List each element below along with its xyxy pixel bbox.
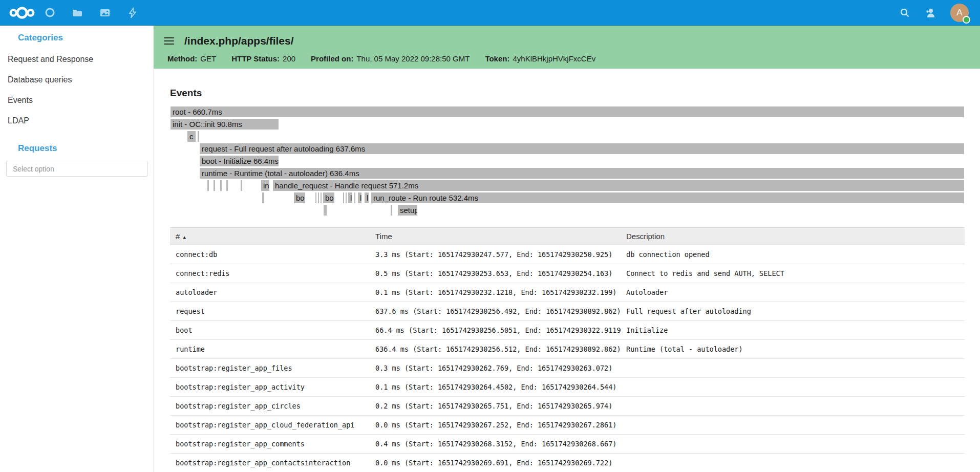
profile-header: /index.php/apps/files/ Method: GET HTTP …: [154, 26, 980, 69]
timeline-tick: [354, 192, 355, 203]
event-row: bootstrap:register_app_comments0.4 ms (S…: [170, 435, 965, 454]
meta-token: Token: 4yhKlBHkjpHVkjFxcCEv: [485, 54, 595, 63]
events-timeline: root - 660.7msinit - OC::init 90.8mscreq…: [154, 106, 980, 217]
sort-ascending-icon: ▲: [182, 234, 187, 240]
events-table: #▲ Time Description connect:db3.3 ms (St…: [170, 227, 965, 472]
top-navigation-bar: A: [0, 0, 980, 26]
request-meta: Method: GET HTTP Status: 200 Profiled on…: [164, 54, 968, 63]
event-row: request637.6 ms (Start: 1651742930256.49…: [170, 302, 965, 321]
meta-method: Method: GET: [167, 54, 216, 63]
timeline-bar: bo: [323, 192, 334, 203]
timeline-tick: [241, 180, 242, 191]
sidebar-item-events[interactable]: Events: [0, 90, 153, 111]
photos-icon[interactable]: [91, 0, 119, 26]
timeline-bar: c: [187, 131, 196, 142]
timeline-tick: [207, 180, 209, 191]
column-header-number[interactable]: #▲: [170, 228, 370, 245]
request-select-placeholder: Select option: [13, 165, 54, 173]
main-content: /index.php/apps/files/ Method: GET HTTP …: [154, 26, 980, 472]
timeline-tick: [226, 180, 228, 191]
meta-profiled-on: Profiled on: Thu, 05 May 2022 09:28:50 G…: [311, 54, 470, 63]
timeline-bar: bo: [294, 192, 305, 203]
timeline-bar: setup: [398, 205, 417, 216]
event-row: connect:redis0.5 ms (Start: 165174293025…: [170, 264, 965, 283]
contacts-icon[interactable]: [925, 7, 936, 18]
column-header-description[interactable]: Description: [621, 228, 965, 245]
timeline-bar: handle_request - Handle request 571.2ms: [273, 180, 964, 191]
timeline-tick: [198, 131, 199, 142]
event-row: connect:db3.3 ms (Start: 1651742930247.5…: [170, 245, 965, 264]
request-select[interactable]: Select option: [6, 161, 148, 177]
sidebar: Categories Request and ResponseDatabase …: [0, 26, 154, 472]
timeline-bar: l: [348, 192, 352, 203]
timeline-bar: boot - Initialize 66.4ms: [200, 156, 279, 166]
sidebar-item-ldap[interactable]: LDAP: [0, 111, 153, 131]
status-online-dot: [963, 16, 970, 24]
timeline-tick: [262, 192, 264, 203]
timeline-tick: [391, 205, 392, 216]
timeline-bar: runtime - Runtime (total - autoloader) 6…: [200, 168, 964, 179]
event-row: bootstrap:register_app_activity0.1 ms (S…: [170, 378, 965, 397]
timeline-bar: run_route - Run route 532.4ms: [371, 192, 964, 203]
app-menu: [8, 0, 146, 26]
timeline-bar: request - Full request after autoloading…: [200, 143, 964, 154]
timeline-tick: [220, 180, 222, 191]
timeline-tick: [324, 205, 327, 216]
sidebar-item-database-queries[interactable]: Database queries: [0, 70, 153, 90]
event-row: autoloader0.1 ms (Start: 1651742930232.1…: [170, 283, 965, 302]
nextcloud-logo-icon: [8, 6, 36, 20]
column-header-time[interactable]: Time: [370, 228, 621, 245]
page-title: /index.php/apps/files/: [184, 35, 294, 47]
event-row: bootstrap:register_app_circles0.2 ms (St…: [170, 397, 965, 416]
event-row: boot66.4 ms (Start: 1651742930256.5051, …: [170, 321, 965, 340]
categories-heading: Categories: [18, 33, 153, 43]
nextcloud-logo[interactable]: [8, 0, 36, 26]
files-icon[interactable]: [63, 0, 91, 26]
timeline-bar: ini: [261, 180, 269, 191]
timeline-bar: root - 660.7ms: [171, 106, 964, 117]
timeline-tick: [214, 180, 215, 191]
dashboard-icon[interactable]: [36, 0, 63, 26]
timeline-bar: init - OC::init 90.8ms: [171, 119, 279, 130]
category-list: Request and ResponseDatabase queriesEven…: [0, 49, 153, 131]
event-row: bootstrap:register_app_contactsinteracti…: [170, 454, 965, 472]
event-row: bootstrap:register_app_cloud_federation_…: [170, 416, 965, 435]
requests-block: Requests Select option: [0, 143, 153, 177]
sidebar-item-request-and-response[interactable]: Request and Response: [0, 49, 153, 70]
meta-http-status: HTTP Status: 200: [231, 54, 295, 63]
requests-heading: Requests: [18, 143, 153, 154]
event-row: runtime636.4 ms (Start: 1651742930256.51…: [170, 340, 965, 359]
hamburger-menu-icon[interactable]: [164, 37, 174, 45]
avatar[interactable]: A: [950, 4, 969, 22]
timeline-tick: [315, 192, 316, 203]
timeline-tick: [343, 192, 344, 203]
topbar-actions: A: [899, 4, 972, 22]
table-header-row: #▲ Time Description: [170, 228, 965, 245]
search-icon[interactable]: [899, 7, 910, 18]
event-row: bootstrap:register_app_files0.3 ms (Star…: [170, 359, 965, 378]
timeline-tick: [346, 192, 347, 203]
timeline-tick: [321, 192, 322, 203]
timeline-tick: [318, 192, 319, 203]
avatar-initial: A: [956, 8, 962, 18]
timeline-bar: l: [358, 192, 361, 203]
events-heading: Events: [170, 88, 980, 99]
timeline-bar: l: [365, 192, 369, 203]
activity-icon[interactable]: [119, 0, 146, 26]
